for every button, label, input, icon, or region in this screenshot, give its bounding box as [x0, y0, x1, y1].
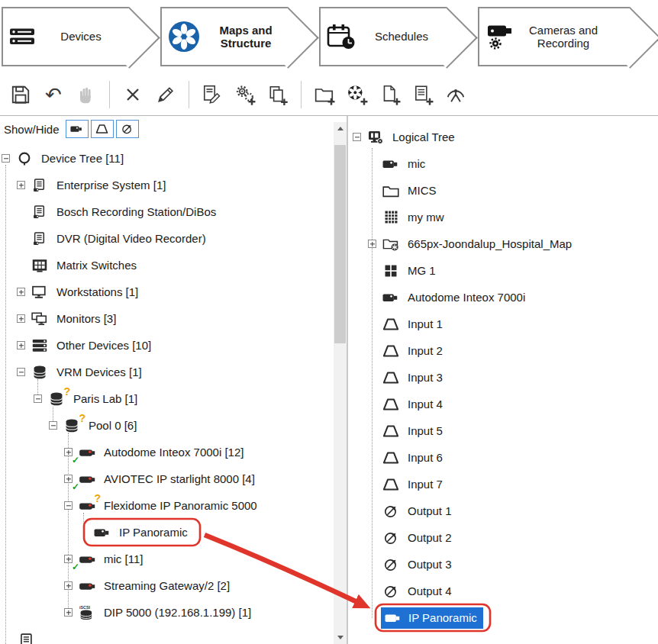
vertical-scrollbar[interactable]	[334, 122, 347, 644]
add-folder-button[interactable]	[311, 81, 337, 108]
tree-item-output-4[interactable]: Output 4	[348, 578, 658, 604]
tree-item-autodome[interactable]: Autodome Inteox 7000i [12]	[0, 439, 347, 465]
tree-item-label: AVIOTEC IP starlight 8000 [4]	[102, 472, 257, 486]
device-tree: Device Tree [11] Enterprise System [1] B…	[0, 145, 347, 626]
expand-icon[interactable]	[17, 314, 25, 323]
add-document-icon	[379, 84, 401, 105]
add-map-button[interactable]	[344, 81, 370, 108]
device-tree-panel: Show/Hide Device Tree [11] Enterprise Sy…	[0, 116, 348, 644]
undo-button[interactable]	[40, 81, 66, 108]
tree-item-output-2[interactable]: Output 2	[348, 524, 658, 551]
tree-item-workstations[interactable]: Workstations [1]	[0, 279, 347, 305]
tree-item-dip-5000[interactable]: DIP 5000 (192.168.1.199) [1]	[0, 599, 347, 626]
tree-item-mics[interactable]: MICS	[348, 177, 658, 204]
tree-item-recording-station[interactable]: Bosch Recording Station/DiBos	[0, 198, 347, 225]
expand-icon[interactable]	[64, 475, 73, 483]
output-icon	[121, 124, 134, 134]
tree-item-monitors[interactable]: Monitors [3]	[0, 305, 347, 332]
tree-item-my-mw[interactable]: my mw	[348, 204, 658, 230]
scroll-up-button[interactable]	[334, 122, 347, 135]
tree-item-label: Other Devices [10]	[54, 338, 153, 353]
output-filter-toggle[interactable]	[116, 120, 139, 138]
collapse-icon[interactable]	[64, 501, 73, 510]
delete-button[interactable]	[120, 81, 146, 108]
add-list-button[interactable]	[410, 81, 436, 108]
tab-schedules-label: Schedules	[362, 30, 441, 43]
collapse-icon[interactable]	[17, 368, 25, 376]
tree-item-output-1[interactable]: Output 1	[348, 497, 658, 524]
tree-item-other-devices[interactable]: Other Devices [10]	[0, 332, 347, 359]
tree-item-label: Input 5	[405, 423, 445, 438]
add-folder-icon	[314, 84, 335, 105]
edit-document-button[interactable]	[199, 81, 225, 108]
expand-icon[interactable]	[64, 608, 73, 617]
scroll-down-button[interactable]	[334, 631, 347, 644]
tree-item-ip-panoramic-source[interactable]: IP Panoramic	[0, 519, 347, 546]
expand-icon[interactable]	[17, 341, 25, 349]
add-document-button[interactable]	[377, 81, 403, 108]
tree-item-autodome[interactable]: Autodome Inteox 7000i	[348, 284, 658, 311]
tree-item-label: DVR (Digital Video Recorder)	[54, 231, 208, 246]
tree-item-mic[interactable]: mic	[348, 150, 658, 177]
database-icon	[47, 391, 66, 407]
devices-icon	[9, 27, 35, 47]
tab-devices[interactable]: Devices	[2, 7, 130, 66]
camera-filter-toggle[interactable]	[66, 120, 89, 138]
tree-item-input-5[interactable]: Input 5	[348, 417, 658, 444]
tree-item-input-2[interactable]: Input 2	[348, 337, 658, 364]
tree-item-mg-1[interactable]: MG 1	[348, 257, 658, 284]
tree-item-hospital-map[interactable]: 665px-Joondalup_Hospital_Map	[348, 230, 658, 257]
tree-item-input-3[interactable]: Input 3	[348, 364, 658, 391]
toolbar-separator	[301, 81, 302, 108]
expand-icon[interactable]	[17, 288, 25, 296]
tree-item-dvr[interactable]: DVR (Digital Video Recorder)	[0, 225, 347, 252]
expand-icon[interactable]	[64, 555, 73, 563]
output-icon	[381, 503, 401, 520]
input-icon	[381, 343, 401, 359]
collapse-icon[interactable]	[353, 133, 361, 141]
input-filter-toggle[interactable]	[91, 120, 114, 138]
expand-icon[interactable]	[17, 181, 25, 189]
tree-item-matrix-switches[interactable]: Matrix Switches	[0, 252, 347, 279]
tree-item-enterprise-system[interactable]: Enterprise System [1]	[0, 172, 347, 198]
collapse-icon[interactable]	[2, 154, 10, 163]
tree-item-label: Logical Tree	[390, 130, 457, 144]
expand-icon[interactable]	[368, 240, 376, 248]
tree-item-device-tree[interactable]: Device Tree [11]	[0, 145, 347, 172]
expand-icon[interactable]	[64, 448, 73, 456]
tree-item-ip-panoramic-target[interactable]: IP Panoramic	[348, 604, 658, 631]
tree-item-input-4[interactable]: Input 4	[348, 391, 658, 417]
save-icon	[10, 84, 31, 105]
tab-schedules[interactable]: Schedules	[319, 7, 447, 66]
collapse-icon[interactable]	[49, 421, 57, 430]
tree-item-paris-lab[interactable]: Paris Lab [1]	[0, 385, 347, 412]
tree-item-streaming-gateway[interactable]: Streaming Gateway/2 [2]	[0, 572, 347, 599]
tab-cameras-and-recording[interactable]: Cameras and Recording	[478, 7, 631, 66]
antenna-button[interactable]	[443, 81, 469, 108]
expand-icon[interactable]	[64, 581, 73, 590]
tree-item-aviotec[interactable]: AVIOTEC IP starlight 8000 [4]	[0, 465, 347, 492]
tree-item-label: Device Tree [11]	[39, 151, 126, 166]
scrollbar-thumb[interactable]	[334, 145, 346, 343]
selected-tree-item[interactable]: IP Panoramic	[381, 607, 483, 629]
duplicate-button[interactable]	[265, 81, 291, 108]
tree-item-mic[interactable]: mic [11]	[0, 546, 347, 572]
tree-item-output-3[interactable]: Output 3	[348, 551, 658, 578]
rename-button[interactable]	[153, 81, 179, 108]
tree-item-flexidome[interactable]: Flexidome IP Panoramic 5000	[0, 492, 347, 519]
encoder-icon	[77, 578, 97, 594]
save-button[interactable]	[8, 81, 34, 108]
tree-item-input-7[interactable]: Input 7	[348, 471, 658, 497]
tab-maps-and-structure[interactable]: Maps and Structure	[160, 7, 289, 66]
tree-item-vrm-devices[interactable]: VRM Devices [1]	[0, 359, 347, 385]
add-device-button[interactable]	[232, 81, 258, 108]
dvr-icon	[30, 230, 50, 247]
tree-item-label: Input 3	[405, 370, 445, 385]
tree-item-pool-0[interactable]: Pool 0 [6]	[0, 412, 347, 439]
tree-item-input-6[interactable]: Input 6	[348, 444, 658, 471]
tree-item-logical-tree[interactable]: Logical Tree	[348, 124, 658, 150]
tree-item-label: Streaming Gateway/2 [2]	[102, 578, 232, 593]
collapse-icon[interactable]	[34, 394, 42, 403]
encoder-icon	[77, 471, 97, 488]
tree-item-input-1[interactable]: Input 1	[348, 311, 658, 337]
